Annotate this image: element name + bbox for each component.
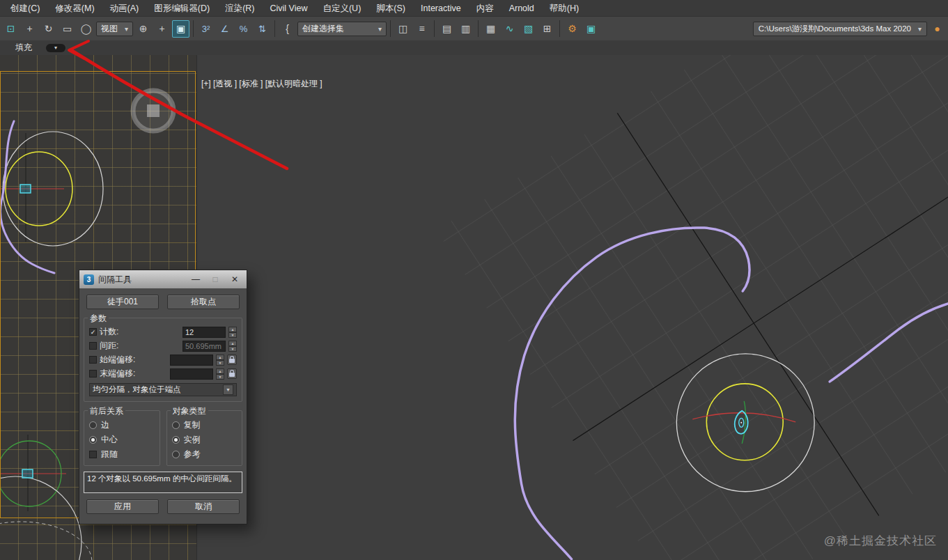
menu-modifiers[interactable]: 修改器(M) xyxy=(47,0,102,17)
named-selection-sets-icon[interactable]: { xyxy=(279,20,296,38)
count-checkbox[interactable] xyxy=(89,328,97,336)
end-offset-spinner[interactable] xyxy=(216,368,224,380)
viewport-perspective[interactable]: [+] [透视 ] [标准 ] [默认明暗处理 ] xyxy=(196,55,948,560)
dialog-title: 间隔工具 xyxy=(98,274,184,286)
mirror-icon[interactable]: ◫ xyxy=(394,20,412,38)
percent-snap-icon[interactable]: % xyxy=(235,20,252,38)
scene-explorer-icon[interactable]: ▤ xyxy=(438,20,456,38)
object-type-option-instance[interactable]: 实例 xyxy=(172,433,238,447)
menu-graph-editors[interactable]: 图形编辑器(D) xyxy=(146,0,217,17)
render-production-icon[interactable]: ● xyxy=(928,20,946,38)
parameters-group-title: 参数 xyxy=(88,313,109,325)
move-tool-icon[interactable]: + xyxy=(21,20,38,38)
end-offset-checkbox[interactable] xyxy=(89,370,97,378)
layer-explorer-icon[interactable]: ▥ xyxy=(457,20,474,38)
chevron-down-icon xyxy=(118,24,128,33)
menu-bar: 创建(C) 修改器(M) 动画(A) 图形编辑器(D) 渲染(R) Civil … xyxy=(0,0,948,17)
dashed-ellipse-shape[interactable] xyxy=(0,522,92,560)
spacing-field[interactable]: 50.695mm xyxy=(182,341,226,352)
perspective-grid xyxy=(437,55,948,560)
chevron-down-icon xyxy=(911,24,922,33)
context-option-follow[interactable]: 跟随 xyxy=(89,447,155,462)
start-offset-checkbox[interactable] xyxy=(89,356,97,364)
start-offset-field[interactable] xyxy=(170,355,213,366)
point-marker[interactable] xyxy=(20,185,31,193)
select-and-place-icon[interactable]: ◯ xyxy=(77,20,95,38)
rendered-frame-icon[interactable]: ▣ xyxy=(582,20,600,38)
chevron-down-icon xyxy=(371,24,382,33)
project-path-dropdown[interactable]: C:\Users\游渂剘\Documents\3ds Max 2020 xyxy=(753,22,927,36)
toolbar-separator xyxy=(193,20,194,37)
context-option-edges[interactable]: 边 xyxy=(89,418,155,433)
menu-help[interactable]: 帮助(H) xyxy=(542,0,586,17)
spacing-tool-dialog: 3 间隔工具 — □ ✕ 徒手001 拾取点 参数 计数: 12 xyxy=(79,270,247,524)
spinner-snap-icon[interactable]: ⇅ xyxy=(254,20,271,38)
curve-editor-icon[interactable]: ∿ xyxy=(501,20,518,38)
render-setup-icon[interactable]: ⚙ xyxy=(564,20,581,38)
select-and-manipulate-icon[interactable]: ▣ xyxy=(172,20,189,38)
object-type-option-reference[interactable]: 参考 xyxy=(172,447,238,462)
radio-icon xyxy=(89,421,97,429)
menu-content[interactable]: 内容 xyxy=(469,0,502,17)
count-spinner[interactable] xyxy=(228,327,237,338)
marker-center-dot xyxy=(740,422,742,423)
point-marker[interactable] xyxy=(22,469,33,478)
end-offset-label: 末端偏移: xyxy=(100,368,167,380)
select-and-link-icon[interactable]: ⊡ xyxy=(2,20,20,38)
object-type-group-title: 对象类型 xyxy=(171,405,208,417)
radio-icon xyxy=(172,421,180,429)
start-offset-row: 始端偏移: xyxy=(89,354,237,366)
white-circle-shape[interactable] xyxy=(0,476,81,560)
populate-fill-label[interactable]: 填充 xyxy=(15,42,32,54)
object-type-option-copy[interactable]: 复制 xyxy=(172,418,238,433)
dialog-titlebar[interactable]: 3 间隔工具 — □ ✕ xyxy=(79,270,247,288)
navigation-gizmo-icon[interactable] xyxy=(133,91,173,131)
menu-customize[interactable]: 自定义(U) xyxy=(315,0,368,17)
menu-arnold[interactable]: Arnold xyxy=(502,0,542,17)
distribution-dropdown[interactable]: 均匀分隔，对象位于端点 xyxy=(89,383,237,396)
end-offset-lock-icon[interactable] xyxy=(227,368,237,379)
start-offset-spinner[interactable] xyxy=(216,355,224,366)
ribbon-toggle-icon[interactable]: ▦ xyxy=(482,20,499,38)
viewport-label[interactable]: [+] [透视 ] [标准 ] [默认明暗处理 ] xyxy=(201,78,323,90)
cancel-button[interactable]: 取消 xyxy=(167,499,240,514)
snap-toggle-icon[interactable]: 3² xyxy=(197,20,215,38)
menu-scripting[interactable]: 脚本(S) xyxy=(368,0,413,17)
toolbar-separator xyxy=(390,20,391,37)
count-field[interactable]: 12 xyxy=(182,327,226,338)
region-select-icon[interactable]: ▭ xyxy=(59,20,76,38)
3dsmax-logo-icon: 3 xyxy=(84,274,94,285)
freehand-spline[interactable] xyxy=(1,121,54,273)
angle-snap-icon[interactable]: ∠ xyxy=(216,20,233,38)
rotate-tool-icon[interactable]: ↻ xyxy=(40,20,57,38)
pivot-center-icon[interactable]: ⊕ xyxy=(134,20,152,38)
menu-rendering[interactable]: 渲染(R) xyxy=(217,0,262,17)
start-offset-label: 始端偏移: xyxy=(100,354,167,366)
end-offset-row: 末端偏移: xyxy=(89,368,237,380)
toolbar-separator xyxy=(434,20,435,37)
status-message: 12 个对象以 50.695mm 的中心间距间隔。 xyxy=(84,472,242,493)
reference-coordinate-dropdown[interactable]: 视图 xyxy=(96,22,133,36)
pick-points-button[interactable]: 拾取点 xyxy=(167,295,240,309)
pick-path-button[interactable]: 徒手001 xyxy=(86,295,159,309)
close-button[interactable]: ✕ xyxy=(227,274,242,284)
menu-interactive[interactable]: Interactive xyxy=(413,0,469,17)
select-and-move-icon[interactable]: + xyxy=(153,20,171,38)
align-icon[interactable]: ≡ xyxy=(413,20,430,38)
material-editor-icon[interactable]: ⊞ xyxy=(538,20,556,38)
menu-civil-view[interactable]: Civil View xyxy=(263,0,316,17)
schematic-view-icon[interactable]: ▧ xyxy=(520,20,537,38)
menu-create[interactable]: 创建(C) xyxy=(3,0,47,17)
spacing-checkbox[interactable] xyxy=(89,342,97,350)
end-offset-field[interactable] xyxy=(170,368,213,380)
context-option-centers[interactable]: 中心 xyxy=(89,433,155,447)
menu-animation[interactable]: 动画(A) xyxy=(102,0,147,17)
apply-button[interactable]: 应用 xyxy=(86,499,159,514)
mini-dropdown-icon[interactable] xyxy=(46,44,65,52)
radio-selected-icon xyxy=(89,436,97,444)
minimize-button[interactable]: — xyxy=(188,274,203,284)
spacing-spinner[interactable] xyxy=(228,341,237,352)
spacing-label: 间距: xyxy=(100,340,180,352)
start-offset-lock-icon[interactable] xyxy=(227,355,237,365)
named-selection-set-dropdown[interactable]: 创建选择集 xyxy=(297,22,387,36)
